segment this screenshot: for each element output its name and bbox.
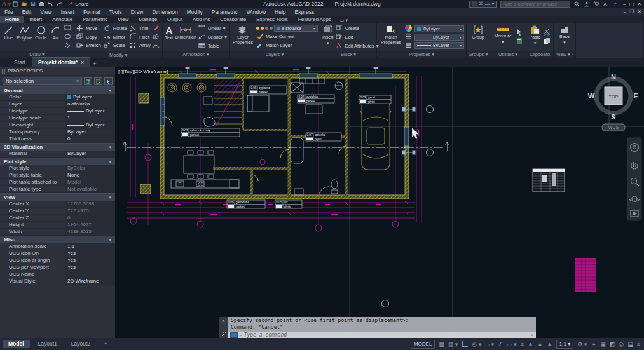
- layout1-tab[interactable]: Layout1: [32, 340, 63, 348]
- table-button[interactable]: Table: [198, 42, 227, 50]
- menu-item[interactable]: Tools: [105, 9, 127, 15]
- erase-icon[interactable]: [153, 24, 160, 32]
- property-row[interactable]: UCS per viewportYes: [0, 264, 115, 271]
- ribbon-tab[interactable]: Express Tools: [251, 16, 293, 23]
- mirror-button[interactable]: Mirror: [104, 33, 127, 42]
- new-layout-button[interactable]: +: [99, 340, 113, 348]
- redo-icon[interactable]: [56, 1, 62, 7]
- layer-dropdown[interactable]: a-stolarka▾: [274, 25, 318, 32]
- property-row[interactable]: UCS icon OnYes: [0, 250, 115, 257]
- leader-button[interactable]: Leader ▾: [198, 33, 227, 41]
- isometric-drafting-icon[interactable]: ▱ ▾: [485, 340, 494, 348]
- menu-item[interactable]: Draw: [127, 9, 148, 15]
- command-input-row[interactable]: ▾ Type a command ▴: [228, 332, 536, 338]
- menu-item[interactable]: View: [36, 9, 56, 15]
- customization-menu-icon[interactable]: ≡: [637, 340, 640, 348]
- explode-icon[interactable]: [153, 33, 160, 41]
- open-file-icon[interactable]: [21, 1, 27, 7]
- search-icon[interactable]: [574, 1, 580, 7]
- model-tab[interactable]: Model: [3, 340, 30, 348]
- circle-button[interactable]: Circle: [34, 24, 48, 50]
- panel-layers-label[interactable]: Layers ▾: [230, 51, 320, 58]
- ribbon-tab[interactable]: View: [113, 16, 134, 23]
- edit-attributes-button[interactable]: Edit Attributes ▾: [336, 42, 379, 50]
- clean-screen-icon[interactable]: ⬓: [627, 340, 633, 348]
- stretch-button[interactable]: Stretch: [76, 41, 101, 50]
- tab-close-icon[interactable]: ×: [81, 59, 84, 65]
- section-header[interactable]: 3D Visualization▾: [0, 143, 115, 151]
- property-row[interactable]: UCS icon at originYes: [0, 257, 115, 264]
- rotate-button[interactable]: Rotate: [104, 24, 127, 33]
- workspace-switcher[interactable]: ⌘—▾: [469, 1, 497, 8]
- linear-dimension-button[interactable]: Linear ▾: [198, 24, 227, 32]
- panel-utilities-label[interactable]: Utilities ▾: [490, 51, 526, 58]
- snap-mode-icon[interactable]: ▤ ▾: [448, 340, 458, 348]
- move-button[interactable]: Move: [76, 24, 101, 33]
- panel-view-label[interactable]: View ▾ ▪: [554, 51, 575, 58]
- property-row[interactable]: Center X12705.3698: [0, 201, 115, 208]
- object-color-dropdown[interactable]: ByLayer▾: [414, 25, 464, 32]
- autocad-logo-icon[interactable]: A ▾: [2, 1, 10, 7]
- workspace-gear-icon[interactable]: ⚙ ▾: [577, 340, 587, 348]
- property-row[interactable]: Center Y722.4975: [0, 208, 115, 215]
- save-icon[interactable]: [30, 1, 36, 7]
- annotation-scale-button[interactable]: 1:1 ▾: [556, 340, 573, 349]
- section-header[interactable]: Plot style▾: [0, 158, 115, 165]
- ellipse-tool-icon[interactable]: [64, 33, 72, 41]
- viewcube-north[interactable]: N: [611, 73, 616, 81]
- polar-tracking-icon[interactable]: ◴ ▾: [472, 340, 481, 348]
- menu-item[interactable]: Modify: [182, 9, 207, 15]
- color-wheel-icon[interactable]: [405, 25, 412, 32]
- new-file-icon[interactable]: [13, 1, 18, 7]
- menu-item[interactable]: Insert: [57, 9, 79, 15]
- base-button[interactable]: Base ▾: [556, 24, 573, 50]
- menu-item[interactable]: Help: [270, 9, 290, 15]
- model-space-toggle[interactable]: MODEL: [411, 340, 435, 349]
- section-header[interactable]: General▾: [0, 86, 115, 94]
- match-layer-button[interactable]: Match Layer: [256, 42, 318, 50]
- menu-item[interactable]: Dimension: [148, 9, 182, 15]
- drawing-canvas[interactable]: [-][Top][2D Wireframe]: [115, 67, 644, 338]
- copy-clip-icon[interactable]: [544, 37, 551, 45]
- annotation-monitor-icon[interactable]: ＋: [591, 340, 596, 348]
- layer-color-icon[interactable]: [270, 27, 273, 30]
- ortho-icon[interactable]: [462, 341, 468, 347]
- menu-item[interactable]: Express: [291, 9, 319, 15]
- property-row[interactable]: Linetype ByLayer: [0, 108, 115, 115]
- line-button[interactable]: Line: [2, 24, 15, 50]
- viewcube-south[interactable]: S: [611, 113, 615, 121]
- signin-user-icon[interactable]: [584, 1, 589, 7]
- lineweight-display-icon[interactable]: ≡: [521, 340, 524, 348]
- ribbon-tab[interactable]: Collaborate: [215, 16, 251, 23]
- text-button[interactable]: A Text: [165, 24, 174, 50]
- units-icon[interactable]: ▣: [600, 340, 606, 348]
- autoscale-icon[interactable]: ▲: [547, 340, 552, 348]
- hatch-tool-icon[interactable]: [64, 42, 72, 50]
- property-row[interactable]: UCS Name: [0, 271, 115, 278]
- app-store-cart-icon[interactable]: [593, 1, 599, 7]
- property-row[interactable]: Annotation scale1:1: [0, 243, 115, 250]
- arc-button[interactable]: Arc: [50, 24, 63, 50]
- property-row[interactable]: Plot table typeNot available: [0, 186, 115, 193]
- ribbon-tab[interactable]: Insert: [24, 16, 47, 23]
- ribbon-options-icon[interactable]: ▭ ▾: [340, 18, 348, 23]
- navigation-bar[interactable]: [627, 138, 641, 220]
- ribbon-tab[interactable]: Manage: [134, 16, 162, 23]
- make-current-button[interactable]: Make Current: [256, 33, 318, 41]
- maximize-button[interactable]: ▢: [629, 1, 634, 7]
- panel-properties-label[interactable]: Properties ▾: [377, 51, 466, 58]
- help-icon[interactable]: ? ·: [613, 1, 619, 7]
- layer-freeze-icon[interactable]: [261, 27, 264, 30]
- selection-dropdown[interactable]: No selection▾: [3, 77, 82, 85]
- graphics-performance-icon[interactable]: ◩: [610, 340, 615, 348]
- copy-button[interactable]: Copy: [76, 33, 101, 42]
- group-button[interactable]: Group: [469, 24, 488, 50]
- tab-current-drawing[interactable]: Projekt domku*×: [32, 57, 90, 67]
- doc-restore-button[interactable]: ❐: [629, 9, 634, 15]
- annotation-visibility-icon[interactable]: ▲: [537, 340, 543, 348]
- command-scroll-icon[interactable]: ▴: [531, 332, 533, 337]
- command-line-window[interactable]: × Specify second point or <use first poi…: [219, 317, 536, 338]
- cut-icon[interactable]: [544, 29, 551, 36]
- property-row[interactable]: Transparency ByLayer: [0, 129, 115, 136]
- viewcube[interactable]: N W E S TOP WCS: [588, 73, 638, 131]
